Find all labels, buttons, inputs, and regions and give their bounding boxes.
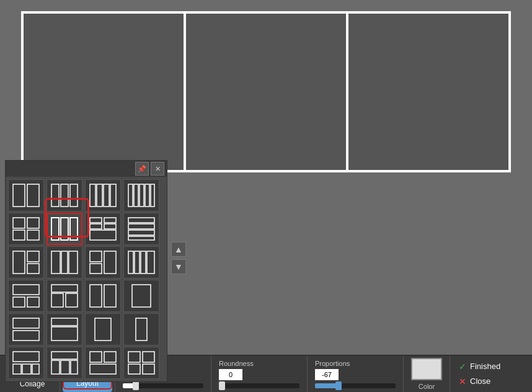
finished-label: Finished (470, 362, 500, 371)
svg-rect-55 (51, 327, 78, 341)
svg-rect-41 (141, 251, 146, 274)
color-label: Color (419, 383, 435, 390)
svg-rect-44 (13, 297, 25, 307)
svg-rect-25 (90, 230, 116, 240)
svg-rect-34 (61, 251, 68, 274)
layout-item-20[interactable] (123, 313, 159, 345)
nav-down-button[interactable]: ▼ (171, 259, 186, 274)
close-label: Close (470, 376, 490, 386)
svg-rect-19 (61, 218, 68, 240)
svg-rect-42 (147, 251, 154, 274)
svg-rect-33 (51, 251, 60, 274)
svg-rect-15 (27, 218, 39, 228)
svg-rect-7 (104, 184, 109, 207)
layout-item-17[interactable] (8, 313, 44, 345)
close-button[interactable]: ✕ Close (459, 376, 500, 386)
svg-rect-6 (97, 184, 102, 207)
spacing-slider-track[interactable] (123, 383, 203, 388)
roundness-slider-track[interactable] (219, 383, 299, 388)
layout-item-14[interactable] (47, 280, 82, 312)
layout-item-5[interactable] (8, 213, 44, 245)
svg-rect-40 (135, 251, 140, 274)
layout-item-11[interactable] (85, 246, 121, 278)
svg-rect-10 (134, 184, 138, 207)
layout-item-6[interactable] (47, 213, 82, 245)
svg-rect-54 (51, 318, 78, 326)
svg-rect-22 (104, 218, 116, 223)
svg-rect-9 (128, 184, 133, 207)
layout-item-8[interactable] (123, 213, 159, 245)
svg-rect-69 (128, 352, 140, 362)
panel-nav: ▲ ▼ (171, 242, 186, 274)
layout-item-12[interactable] (123, 246, 159, 278)
layout-item-10[interactable] (47, 246, 82, 278)
svg-rect-13 (151, 184, 154, 207)
layout-item-18[interactable] (47, 313, 82, 345)
svg-rect-67 (104, 352, 116, 362)
svg-rect-65 (71, 360, 78, 374)
svg-rect-31 (27, 251, 39, 262)
proportions-slider-track[interactable] (315, 383, 396, 388)
svg-rect-48 (66, 293, 78, 307)
svg-rect-18 (51, 218, 59, 240)
proportions-slider-thumb[interactable] (335, 381, 342, 390)
svg-rect-2 (51, 184, 59, 207)
x-icon: ✕ (459, 376, 466, 386)
svg-rect-4 (70, 184, 78, 207)
layout-item-7[interactable] (85, 213, 121, 245)
svg-rect-49 (90, 285, 102, 307)
nav-up-button[interactable]: ▲ (171, 242, 186, 257)
layout-item-4[interactable] (123, 179, 159, 212)
svg-rect-28 (128, 230, 154, 235)
layout-panel: 📌 ✕ (5, 160, 167, 382)
svg-rect-30 (13, 251, 25, 274)
svg-rect-60 (22, 364, 31, 374)
roundness-value[interactable]: 0 (219, 369, 242, 380)
panel-pin-button[interactable]: 📌 (135, 162, 149, 176)
layout-item-24[interactable] (123, 347, 159, 379)
photo-1 (24, 14, 184, 170)
svg-rect-21 (90, 218, 102, 223)
roundness-slider-thumb[interactable] (219, 381, 225, 390)
layout-item-13[interactable] (8, 280, 44, 312)
proportions-value[interactable]: -67 (315, 369, 339, 380)
layout-item-22[interactable] (47, 347, 82, 379)
svg-rect-17 (27, 230, 39, 240)
layout-item-3[interactable] (85, 179, 121, 212)
color-section: Color (404, 356, 450, 392)
svg-rect-61 (32, 364, 39, 374)
svg-rect-38 (90, 264, 102, 274)
proportions-value-row: -67 (315, 369, 339, 380)
svg-rect-26 (128, 218, 154, 223)
finished-button[interactable]: ✓ Finished (459, 362, 500, 372)
layout-item-9[interactable] (8, 246, 44, 278)
svg-rect-29 (128, 236, 154, 240)
svg-rect-32 (27, 264, 39, 274)
svg-rect-62 (51, 352, 78, 359)
layout-item-16[interactable] (123, 280, 159, 312)
color-swatch[interactable] (411, 358, 442, 380)
svg-rect-45 (27, 297, 39, 307)
svg-rect-5 (90, 184, 95, 207)
svg-rect-50 (104, 285, 116, 307)
panel-close-button[interactable]: ✕ (151, 162, 164, 176)
layout-item-2[interactable] (47, 179, 82, 212)
layout-item-15[interactable] (85, 280, 121, 312)
svg-rect-57 (136, 318, 147, 341)
roundness-value-row: 0 (219, 369, 242, 380)
layout-item-23[interactable] (85, 347, 121, 379)
svg-rect-20 (70, 218, 78, 240)
svg-rect-0 (13, 184, 25, 207)
spacing-slider-thumb[interactable] (133, 381, 139, 390)
svg-rect-37 (104, 251, 116, 274)
layout-item-21[interactable] (8, 347, 44, 379)
layout-item-1[interactable] (8, 179, 44, 212)
svg-rect-64 (61, 360, 69, 374)
panel-top-row: 📌 ✕ (6, 161, 167, 177)
roundness-control: Roundness 0 (211, 356, 308, 392)
svg-rect-70 (143, 352, 154, 362)
svg-rect-72 (143, 364, 154, 374)
svg-rect-3 (61, 184, 68, 207)
photo-2 (186, 14, 346, 170)
layout-item-19[interactable] (85, 313, 121, 345)
